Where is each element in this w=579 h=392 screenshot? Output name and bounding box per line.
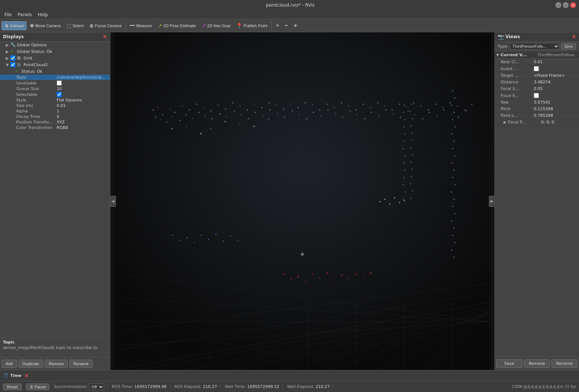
svg-rect-106 xyxy=(364,118,365,119)
views-prop-focal-size-2[interactable]: Focal S... xyxy=(495,92,579,99)
prop-topic[interactable]: Topic /camera/depth/color/p... xyxy=(0,75,110,80)
pointcloud2-checkbox[interactable] xyxy=(10,62,15,67)
svg-rect-147 xyxy=(394,197,395,198)
svg-rect-173 xyxy=(412,169,413,170)
svg-rect-152 xyxy=(405,119,406,120)
displays-close-button[interactable]: ✕ xyxy=(103,34,107,40)
menu-file[interactable]: File xyxy=(1,11,15,18)
views-prop-near-clip[interactable]: Near Cl... 0.01 xyxy=(495,59,579,65)
prop-decay-time[interactable]: Decay Time 0 xyxy=(0,114,110,119)
sync-dropdown[interactable]: Off xyxy=(89,384,104,390)
prop-style[interactable]: Style Flat Squares xyxy=(0,97,110,103)
svg-rect-33 xyxy=(170,108,170,109)
views-current-value: ThirdPersonFollow... xyxy=(537,53,578,57)
views-prop-target[interactable]: Target ... <Fixed Frame> xyxy=(495,72,579,79)
prop-selectable[interactable]: Selectable xyxy=(0,91,110,97)
svg-rect-89 xyxy=(241,114,241,115)
maximize-button[interactable]: □ xyxy=(563,2,569,8)
views-prop-yaw[interactable]: Yaw 3.07541 xyxy=(495,99,579,106)
tree-item-grid[interactable]: ▶ ⊞ Grid xyxy=(0,55,110,61)
focus-camera-icon: ⊕ xyxy=(89,23,94,29)
viewport-3d[interactable]: ◀ ▶ xyxy=(110,32,494,370)
views-type-dropdown[interactable]: ThirdPersonFollo... xyxy=(510,43,560,50)
pointcloud2-arrow: ▼ xyxy=(6,63,10,67)
svg-rect-72 xyxy=(450,102,451,103)
nav-goal-button[interactable]: ↗ 2D Nav Goal xyxy=(199,21,233,30)
prop-color-transformer[interactable]: Color Transformer RGB8 xyxy=(0,125,110,130)
collapse-right-arrow[interactable]: ▶ xyxy=(489,196,494,207)
svg-rect-32 xyxy=(162,114,163,115)
svg-rect-97 xyxy=(298,114,299,115)
menu-panels[interactable]: Panels xyxy=(15,11,35,18)
prop-size[interactable]: Size (m) 0.01 xyxy=(0,103,110,108)
add-button[interactable]: Add xyxy=(1,360,17,368)
views-prop-focal-point[interactable]: ▶ Focal P... 0; 0; 0 xyxy=(495,119,579,126)
svg-rect-66 xyxy=(406,107,407,108)
views-prop-pitch[interactable]: Pitch 0.115398 xyxy=(495,106,579,112)
views-remove-button[interactable]: Remove xyxy=(524,359,550,368)
views-prop-fov[interactable]: Field o... 0.785398 xyxy=(495,112,579,119)
svg-rect-190 xyxy=(452,177,453,178)
description-area: Topic sensor_msgs/PointCloud2 topic to s… xyxy=(0,337,110,357)
close-button[interactable]: ✕ xyxy=(570,2,576,8)
pause-button[interactable]: ⏸ Pause xyxy=(26,384,49,390)
prop-queue-size[interactable]: Queue Size 10 xyxy=(0,86,110,91)
publish-point-button[interactable]: 📍 Publish Point xyxy=(234,21,270,30)
views-prop-invert[interactable]: Invert ... xyxy=(495,65,579,72)
svg-rect-165 xyxy=(410,111,411,112)
move-camera-button[interactable]: ✥ Move Camera xyxy=(27,21,63,30)
reset-button[interactable]: Reset xyxy=(3,384,22,390)
svg-rect-51 xyxy=(298,107,299,108)
focus-camera-button[interactable]: ⊕ Focus Camera xyxy=(87,21,124,30)
views-focal-size-2-check[interactable] xyxy=(534,93,539,98)
views-current-section[interactable]: ▼ Current V... ThirdPersonFollow... xyxy=(495,51,579,59)
views-fov-label: Field o... xyxy=(501,113,534,118)
prop-position-transform[interactable]: Position Transfor... XYZ xyxy=(0,119,110,125)
publish-point-icon: 📍 xyxy=(236,23,242,29)
tree-item-global-options[interactable]: ▶ 🔧 Global Options xyxy=(0,42,110,48)
svg-rect-75 xyxy=(472,104,473,105)
svg-rect-189 xyxy=(454,170,455,171)
tree-item-pointcloud2[interactable]: ▼ ⊞ PointCloud2 xyxy=(0,61,110,68)
svg-rect-185 xyxy=(454,141,455,142)
svg-rect-131 xyxy=(283,273,284,275)
time-clock-icon: ⏱ xyxy=(3,372,9,379)
tree-item-global-status[interactable]: ▶ ✓ Global Status: Ok xyxy=(0,48,110,55)
svg-rect-113 xyxy=(415,114,415,115)
tree-item-status-ok[interactable]: ✓ Status: Ok xyxy=(0,68,110,75)
toolbar-extra-3[interactable]: 👁 xyxy=(291,22,300,29)
select-button[interactable]: ⬚ Select xyxy=(64,21,86,30)
svg-rect-151 xyxy=(403,112,404,113)
time-close-button[interactable]: ✕ xyxy=(24,373,29,379)
pose-estimate-button[interactable]: ↗ 2D Pose Estimate xyxy=(155,21,198,30)
prop-size-label: Size (m) xyxy=(16,103,57,108)
views-prop-focal-size-1[interactable]: Focal S... 0.05 xyxy=(495,86,579,92)
prop-alpha[interactable]: Alpha 1 xyxy=(0,108,110,114)
views-zero-button[interactable]: Zero xyxy=(561,43,576,50)
duplicate-button[interactable]: Duplicate xyxy=(18,360,43,368)
views-rename-button[interactable]: Rename xyxy=(551,359,578,368)
views-invert-check[interactable] xyxy=(534,66,539,71)
interact-icon: 🖱 xyxy=(4,23,9,29)
views-close-button[interactable]: ✕ xyxy=(572,34,576,40)
prop-unreliable-check[interactable] xyxy=(57,80,62,86)
svg-point-27 xyxy=(239,123,240,125)
grid-checkbox[interactable] xyxy=(10,55,15,61)
minimize-button[interactable]: — xyxy=(555,2,561,8)
svg-point-202 xyxy=(301,253,304,256)
remove-button[interactable]: Remove xyxy=(45,360,68,368)
menu-help[interactable]: Help xyxy=(35,11,51,18)
measure-button[interactable]: ━━ Measure xyxy=(127,22,154,29)
rename-button[interactable]: Rename xyxy=(69,360,93,368)
svg-rect-77 xyxy=(160,119,161,120)
svg-rect-0 xyxy=(114,32,491,370)
toolbar-extra-1[interactable]: ✛ xyxy=(273,22,282,29)
interact-button[interactable]: 🖱 Interact xyxy=(1,21,26,30)
svg-rect-65 xyxy=(399,104,400,105)
collapse-left-arrow[interactable]: ◀ xyxy=(110,196,116,207)
views-prop-distance[interactable]: Distance 3.48274 xyxy=(495,79,579,86)
prop-unreliable[interactable]: Unreliable xyxy=(0,80,110,86)
toolbar-extra-2[interactable]: ━ xyxy=(283,22,290,29)
views-save-button[interactable]: Save xyxy=(496,359,522,368)
prop-selectable-check[interactable] xyxy=(57,92,62,97)
